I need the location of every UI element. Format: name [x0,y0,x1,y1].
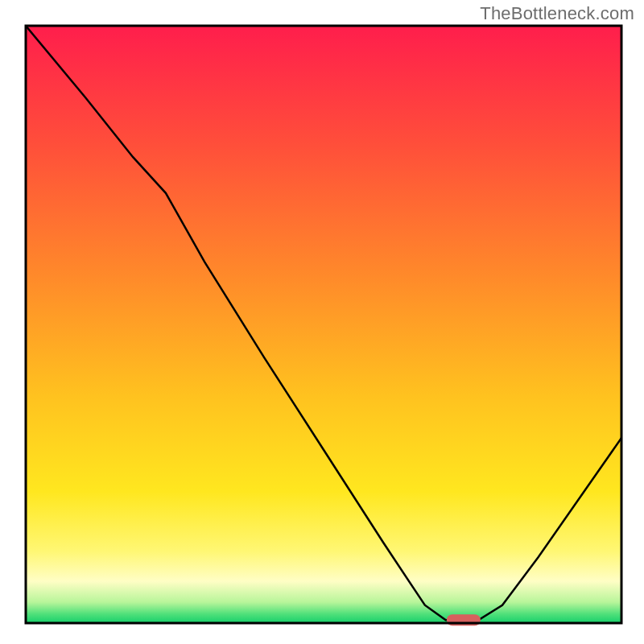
chart-stage: TheBottleneck.com [0,0,644,644]
plot-background-gradient [26,26,621,623]
chart-svg [0,0,644,644]
watermark-text: TheBottleneck.com [480,3,634,24]
